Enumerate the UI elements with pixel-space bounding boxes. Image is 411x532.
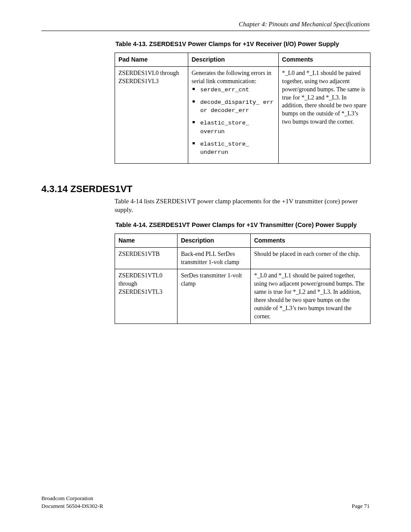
table-4-13: Pad Name Description Comments ZSERDES1VL… bbox=[115, 53, 371, 164]
footer-page-number: Page 71 bbox=[352, 503, 370, 510]
cell-description: SerDes transmitter 1-volt clamp bbox=[177, 269, 250, 324]
error-code: elastic_store_ underrun bbox=[200, 141, 249, 156]
col-header-comments: Comments bbox=[278, 53, 370, 67]
running-header: Chapter 4: Pinouts and Mechanical Specif… bbox=[41, 21, 370, 28]
list-item: elastic_store_ underrun bbox=[199, 140, 275, 161]
col-header-description: Description bbox=[188, 53, 278, 67]
header-rule bbox=[41, 31, 370, 31]
cell-description: Generates the following errors in serial… bbox=[188, 66, 278, 163]
list-item: serdes_err_cnt bbox=[199, 86, 275, 98]
page: Chapter 4: Pinouts and Mechanical Specif… bbox=[0, 0, 411, 532]
error-code: elastic_store_ overrun bbox=[200, 120, 249, 134]
error-code: serdes_err_cnt bbox=[200, 87, 249, 93]
table-row: Pad Name Description Comments bbox=[115, 53, 371, 67]
table-row: ZSERDES1VL0 through ZSERDES1VL3 Generate… bbox=[115, 66, 371, 163]
cell-description: Back-end PLL SerDes transmitter 1-volt c… bbox=[177, 247, 250, 269]
table-4-13-caption: Table 4-13. ZSERDES1V Power Clamps for +… bbox=[115, 40, 370, 47]
footer-company: Broadcom Corporation bbox=[41, 495, 93, 502]
col-header-comments: Comments bbox=[250, 233, 370, 247]
col-header-pad-name: Pad Name bbox=[115, 53, 188, 67]
err-intro: Generates the following errors in serial… bbox=[192, 70, 271, 84]
cell-name: ZSERDES1VTL0 through ZSERDES1VTL3 bbox=[115, 269, 177, 324]
cell-name: ZSERDES1VTB bbox=[115, 247, 177, 269]
content-column-2: Table 4-14 lists ZSERDES1VT power clamp … bbox=[115, 197, 370, 324]
cell-comments: *_L0 and *_L1 should be paired together,… bbox=[250, 269, 370, 324]
cell-comments: *_L0 and *_L1 should be paired together,… bbox=[278, 66, 370, 163]
table-4-14: Name Description Comments ZSERDES1VTB Ba… bbox=[115, 233, 371, 324]
col-header-description: Description bbox=[177, 233, 250, 247]
cell-comments: Should be placed in each corner of the c… bbox=[250, 247, 370, 269]
content-column: Table 4-13. ZSERDES1V Power Clamps for +… bbox=[115, 40, 370, 164]
error-list: serdes_err_cnt decode_disparity_ err or … bbox=[192, 86, 275, 161]
list-item: decode_disparity_ err or decoder_err bbox=[199, 98, 275, 119]
table-row: ZSERDES1VTL0 through ZSERDES1VTL3 SerDes… bbox=[115, 269, 371, 324]
error-code: decode_disparity_ err or decoder_err bbox=[200, 99, 274, 114]
section-blurb: Table 4-14 lists ZSERDES1VT power clamp … bbox=[115, 197, 370, 215]
col-header-name: Name bbox=[115, 233, 177, 247]
cell-pad-name: ZSERDES1VL0 through ZSERDES1VL3 bbox=[115, 66, 188, 163]
table-row: ZSERDES1VTB Back-end PLL SerDes transmit… bbox=[115, 247, 371, 269]
section-heading-zserdes1vt: 4.3.14 ZSERDES1VT bbox=[41, 184, 370, 195]
footer-doc-id: Document 56504-DS302-R bbox=[41, 503, 103, 510]
table-row: Name Description Comments bbox=[115, 233, 371, 247]
list-item: elastic_store_ overrun bbox=[199, 119, 275, 140]
table-4-14-caption: Table 4-14. ZSERDES1VT Power Clamps for … bbox=[115, 221, 370, 228]
